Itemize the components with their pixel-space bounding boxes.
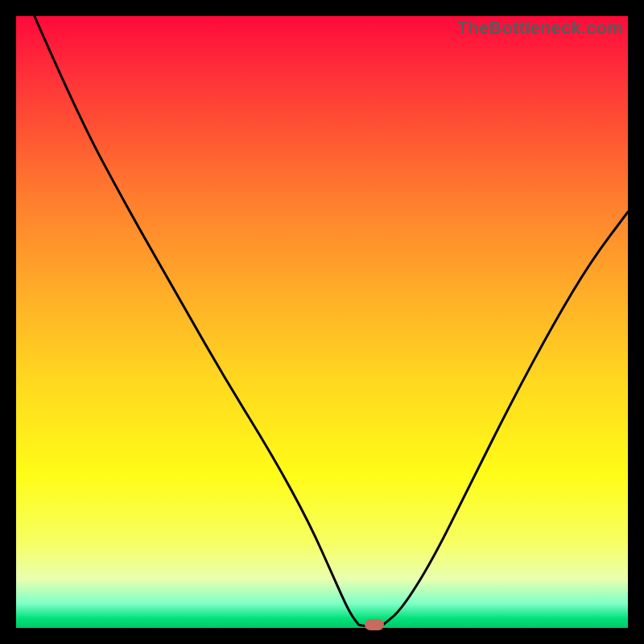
optimal-point-marker	[365, 619, 384, 630]
bottleneck-curve	[16, 16, 628, 628]
chart-area: TheBottleneck.com	[16, 16, 628, 628]
watermark-text: TheBottleneck.com	[457, 18, 623, 39]
